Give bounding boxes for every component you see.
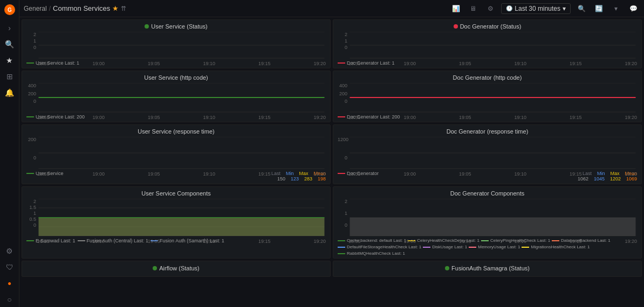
y-labels: 400 200 0 xyxy=(338,83,347,104)
min-value: 123 xyxy=(291,176,299,182)
star-icon[interactable]: ★ xyxy=(2,53,17,68)
mean-value: 198 xyxy=(318,176,326,182)
gear-icon[interactable]: ⚙ xyxy=(484,2,497,15)
legend-value-row: 1062 1045 1202 1069 xyxy=(578,176,637,182)
legend-item: DiskUsage Last: 1 xyxy=(423,245,467,249)
y-val: 0.5 xyxy=(26,217,36,222)
min-value: 1045 xyxy=(594,176,605,182)
time-axis: 18:5519:0019:0519:1019:1519:20 xyxy=(37,114,326,120)
legend-color xyxy=(26,173,34,174)
legend-color xyxy=(423,247,430,248)
y-labels: 2 1 0 xyxy=(338,32,347,50)
user-service-components-panel: User Service Components 2 1.5 1 0.5 0 xyxy=(22,186,331,259)
time-axis: 18:5519:0019:0519:1019:1519:20 xyxy=(348,60,637,66)
y-mid: 1 xyxy=(26,38,36,44)
sidebar: G › 🔍 ★ ⊞ 🔔 ⚙ 🛡 ● ○ xyxy=(0,0,19,307)
legend-item: MigrationsHealthCheck Last: 1 xyxy=(522,245,590,249)
y-min: 0 xyxy=(338,45,347,50)
chart-area: 2 1 0 // Generate green status bars (all… xyxy=(26,32,326,59)
y-mid: 200 xyxy=(26,91,36,96)
user-icon[interactable]: ● xyxy=(2,276,17,291)
panel-title-text: User Service Components xyxy=(141,190,210,197)
user-service-http-panel: User Service (http code) 400 200 0 xyxy=(22,71,331,122)
time-axis: 18:5519:0019:0519:1019:1519:20 xyxy=(348,238,637,244)
doc-generator-status-panel: Doc Generator (Status) 2 1 0 let svgCont… xyxy=(333,19,642,68)
shield-icon[interactable]: 🛡 xyxy=(2,260,17,275)
share-icon[interactable]: ⇈ xyxy=(121,5,126,12)
y-max: 2 xyxy=(338,199,347,204)
legend-color xyxy=(338,247,345,248)
panel-title-text: Doc Generator (response time) xyxy=(447,128,529,135)
panel-title: Doc Generator (http code) xyxy=(338,74,637,81)
y-labels: 2 1.5 1 0.5 0 xyxy=(26,199,36,228)
legend-color xyxy=(469,247,476,248)
chart-area: 400 200 0 let s4=''; for(let i=0;i<200;i… xyxy=(338,83,637,113)
legend-label: DiskUsage Last: 1 xyxy=(432,245,467,249)
max-value: 283 xyxy=(304,176,312,182)
time-axis: 18:5519:0019:0519:1019:1519:20 xyxy=(348,170,637,177)
chart-inner: let svgContent2 = ''; for(let i=0;i<200;… xyxy=(348,32,637,60)
alert-icon[interactable]: 🔔 xyxy=(2,85,17,100)
panel-title-text: Doc Generator Components xyxy=(450,190,525,197)
user-service-response-panel: User Service (response time) 200 0 let s… xyxy=(22,124,331,184)
breadcrumb-sep: / xyxy=(49,5,51,12)
settings-icon[interactable]: ⚙ xyxy=(2,243,17,259)
legend-color xyxy=(338,62,345,64)
expand-icon[interactable]: › xyxy=(2,20,17,36)
y-labels: 2 1 0 xyxy=(26,32,36,50)
chart-svg: let s3=''; for(let i=0;i<200;i++){ const… xyxy=(37,83,326,113)
chart-svg: let svgContent2 = ''; for(let i=0;i<200;… xyxy=(348,32,637,59)
panel-title: Doc Generator Components xyxy=(338,190,637,197)
y-max: 1200 xyxy=(338,137,347,142)
y-max: 2 xyxy=(338,32,347,37)
panel-title-text: FusionAuth Samagra (Status) xyxy=(451,265,530,271)
status-dot xyxy=(445,266,449,270)
time-range-label: Last 30 minutes xyxy=(515,5,560,12)
chevron-down-icon[interactable]: ▾ xyxy=(609,2,622,15)
legend-item: RabbitMQHealthCheck Last: 1 xyxy=(338,251,405,256)
y-min: 0 xyxy=(338,222,347,228)
time-axis: 18:5519:0019:0519:1019:1519:20 xyxy=(37,60,326,66)
panel-title-text: User Service (response time) xyxy=(138,128,214,135)
fusionauth-samagra-status-panel: FusionAuth Samagra (Status) xyxy=(333,261,642,277)
grid-icon[interactable]: ⊞ xyxy=(2,69,17,84)
chart-svg: let s4=''; for(let i=0;i<200;i++){ const… xyxy=(348,83,637,113)
chart-inner: let s6=''; const rh=[40,42,38,45,35,48,4… xyxy=(348,137,637,170)
panel-title-text: Airflow (Status) xyxy=(159,265,200,271)
y-min: 0 xyxy=(338,99,347,104)
time-range-picker[interactable]: 🕐 Last 30 minutes ▾ xyxy=(501,3,571,14)
y-mid: 200 xyxy=(338,91,347,96)
time-axis: 18:5519:0019:0519:1019:1519:20 xyxy=(37,238,326,244)
chart-icon[interactable]: 📊 xyxy=(449,2,462,15)
search-icon[interactable]: 🔍 xyxy=(2,37,17,52)
last-value: 1062 xyxy=(578,176,588,182)
y-min: 0 xyxy=(338,155,347,161)
chart-area: 1200 0 let s6=''; const rh=[40,42,38,45,… xyxy=(338,137,637,169)
time-axis: 18:5519:0019:0519:1019:1519:20 xyxy=(348,114,637,120)
main-content: User Service (Status) 2 1 0 // Generate … xyxy=(19,17,644,307)
legend-label: RabbitMQHealthCheck Last: 1 xyxy=(347,251,405,256)
chart-inner: let s5=''; const heights=[25,30,28,35,20… xyxy=(37,137,326,170)
chart-area: 400 200 0 let s3=''; for(let i=0;i<200;i… xyxy=(26,83,326,113)
legend-label: MemoryUsage Last: 1 xyxy=(478,245,520,249)
doc-generator-response-panel: Doc Generator (response time) 1200 0 let… xyxy=(333,124,642,184)
doc-generator-http-panel: Doc Generator (http code) 400 200 0 let xyxy=(333,71,642,122)
y-labels: 2 1 0 xyxy=(338,199,347,228)
chart-svg: let s5=''; const heights=[25,30,28,35,20… xyxy=(37,137,326,169)
svg-text:G: G xyxy=(8,7,12,13)
favorite-star[interactable]: ★ xyxy=(112,4,119,12)
chart-inner: let s4=''; for(let i=0;i<200;i++){ const… xyxy=(348,83,637,114)
panel-title: User Service Components xyxy=(26,190,326,197)
status-dot xyxy=(145,24,149,29)
zoom-icon[interactable]: 🔍 xyxy=(575,2,588,15)
y-min: 0 xyxy=(26,45,36,50)
refresh-icon[interactable]: 🔄 xyxy=(592,2,605,15)
y-val: 0 xyxy=(26,222,36,228)
chart-svg: // Generate green status bars (all at ~1… xyxy=(37,32,326,59)
chart-svg xyxy=(348,199,637,236)
circle-icon[interactable]: ○ xyxy=(2,292,17,307)
comment-icon[interactable]: 💬 xyxy=(627,2,640,15)
monitor-icon[interactable]: 🖥 xyxy=(467,2,479,15)
panel-title-text: User Service (http code) xyxy=(144,74,208,81)
chart-area: 200 0 let s5=''; const heights=[25,30,28… xyxy=(26,137,326,169)
